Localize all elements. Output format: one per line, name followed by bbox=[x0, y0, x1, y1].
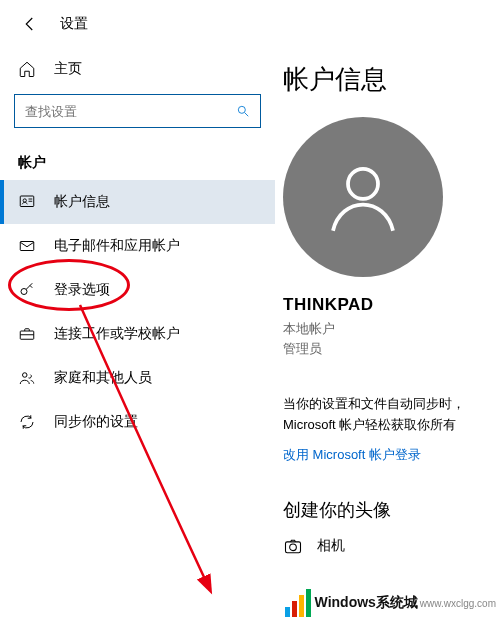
camera-option[interactable]: 相机 bbox=[283, 536, 500, 556]
sidebar-item-label: 登录选项 bbox=[54, 281, 110, 299]
people-icon bbox=[18, 369, 40, 387]
sidebar-item-signin-options[interactable]: 登录选项 bbox=[0, 268, 275, 312]
sidebar-item-label: 电子邮件和应用帐户 bbox=[54, 237, 180, 255]
home-icon bbox=[18, 60, 40, 78]
sidebar-item-label: 连接工作或学校帐户 bbox=[54, 325, 180, 343]
svg-point-11 bbox=[348, 169, 378, 199]
user-name: THINKPAD bbox=[283, 295, 500, 315]
back-button[interactable] bbox=[18, 12, 42, 36]
home-link[interactable]: 主页 bbox=[0, 50, 275, 88]
sidebar-item-label: 同步你的设置 bbox=[54, 413, 138, 431]
mail-icon bbox=[18, 237, 40, 255]
arrow-left-icon bbox=[21, 15, 39, 33]
svg-point-0 bbox=[238, 106, 245, 113]
svg-rect-6 bbox=[20, 242, 34, 251]
sidebar-item-email[interactable]: 电子邮件和应用帐户 bbox=[0, 224, 275, 268]
avatar bbox=[283, 117, 443, 277]
search-icon bbox=[236, 104, 250, 118]
watermark-text: Windows系统城 bbox=[315, 594, 418, 612]
window-title: 设置 bbox=[60, 15, 88, 33]
sync-icon bbox=[18, 413, 40, 431]
svg-point-10 bbox=[23, 373, 28, 378]
svg-point-3 bbox=[23, 199, 26, 202]
sidebar-item-work-school[interactable]: 连接工作或学校帐户 bbox=[0, 312, 275, 356]
camera-icon bbox=[283, 536, 305, 556]
search-box[interactable] bbox=[14, 94, 261, 128]
user-icon bbox=[318, 152, 408, 242]
switch-to-microsoft-account-link[interactable]: 改用 Microsoft 帐户登录 bbox=[283, 446, 500, 464]
key-icon bbox=[18, 281, 40, 299]
watermark-logo-icon bbox=[285, 589, 311, 617]
watermark-url: www.wxclgg.com bbox=[420, 598, 496, 609]
home-label: 主页 bbox=[54, 60, 82, 78]
sidebar-item-account-info[interactable]: 帐户信息 bbox=[0, 180, 275, 224]
sync-description: 当你的设置和文件自动同步时，Microsoft 帐户轻松获取你所有 bbox=[283, 394, 500, 436]
sidebar-item-label: 帐户信息 bbox=[54, 193, 110, 211]
sidebar-item-label: 家庭和其他人员 bbox=[54, 369, 152, 387]
main-content: 帐户信息 THINKPAD 本地帐户 管理员 当你的设置和文件自动同步时，Mic… bbox=[275, 44, 500, 556]
svg-line-1 bbox=[245, 113, 249, 117]
sidebar: 主页 帐户 帐户信息 电子邮件和应用帐户 登录选项 bbox=[0, 44, 275, 556]
user-type: 本地帐户 bbox=[283, 319, 500, 339]
svg-point-7 bbox=[21, 289, 27, 295]
search-input[interactable] bbox=[25, 104, 236, 119]
briefcase-icon bbox=[18, 325, 40, 343]
user-role: 管理员 bbox=[283, 339, 500, 359]
watermark: Windows系统城 www.wxclgg.com bbox=[285, 589, 496, 617]
page-title: 帐户信息 bbox=[283, 62, 500, 97]
sidebar-item-sync[interactable]: 同步你的设置 bbox=[0, 400, 275, 444]
section-header: 帐户 bbox=[0, 142, 275, 180]
svg-point-13 bbox=[290, 544, 297, 551]
camera-label: 相机 bbox=[317, 537, 345, 555]
sidebar-item-family[interactable]: 家庭和其他人员 bbox=[0, 356, 275, 400]
create-avatar-heading: 创建你的头像 bbox=[283, 498, 500, 522]
account-info-icon bbox=[18, 193, 40, 211]
